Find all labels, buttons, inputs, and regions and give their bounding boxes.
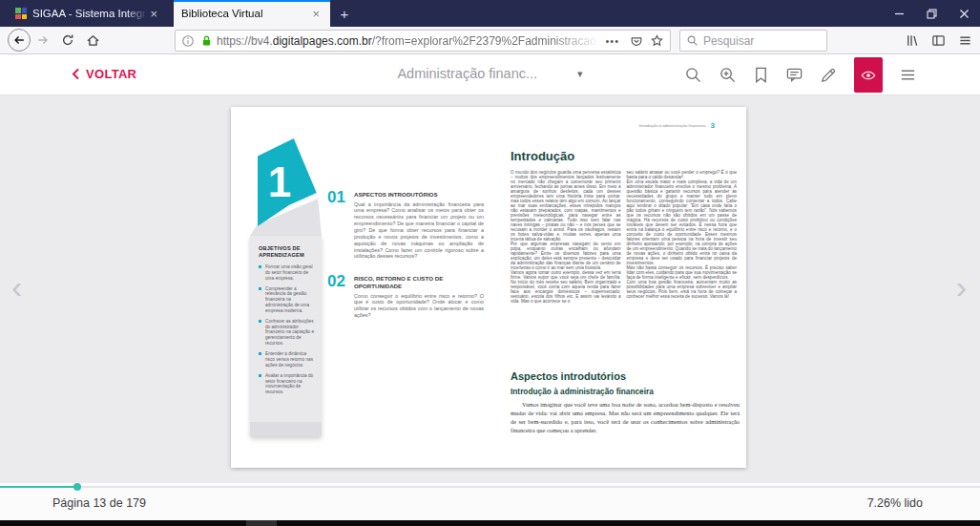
intro-column-1: O mundo dos negócios guarda uma perversa… (511, 170, 621, 304)
progress-fill (0, 486, 77, 488)
aspects-heading: Aspectos introdutórios (511, 370, 626, 382)
running-header: Introdução à administração financeira 3 (511, 121, 715, 130)
chapter-number: 1 (258, 161, 302, 203)
bullet-icon (259, 287, 261, 290)
site-info-icon[interactable] (181, 34, 195, 48)
search-icon (686, 34, 699, 47)
section-body: Qual a importância da administração fina… (354, 201, 484, 261)
zoom-in-icon[interactable] (719, 66, 737, 84)
chevron-down-icon[interactable]: ▾ (577, 68, 583, 80)
intro-columns: O mundo dos negócios guarda uma perversa… (511, 170, 737, 304)
close-tab-icon[interactable]: × (309, 7, 323, 21)
search-in-book-icon[interactable] (684, 66, 702, 84)
home-icon[interactable] (80, 28, 105, 53)
tab-strip: SIGAA - Sistema Integrado de G × Bibliot… (0, 0, 980, 27)
aspects-paragraph: Vamos imaginar que você teve uma boa noi… (511, 400, 740, 434)
browser-window: SIGAA - Sistema Integrado de G × Bibliot… (0, 0, 980, 526)
bullet-icon (259, 320, 261, 323)
reader-toolbar: VOLTAR Administração financ... ▾ (0, 54, 980, 95)
section-title: RISCO, RETORNO E CUSTO DE OPORTUNIDADE (354, 275, 484, 290)
back-icon[interactable] (8, 29, 31, 52)
restore-button[interactable] (915, 0, 948, 27)
page-number: 3 (711, 121, 715, 130)
aspects-subheading: Introdução à administração financeira (511, 387, 654, 396)
objective-item: Compreender a relevância da gestão finan… (259, 286, 315, 314)
book-page: 1 OBJETIVOS DE APRENDIZAGEM Formar uma v… (231, 107, 746, 468)
section-01: ASPECTOS INTRODUTÓRIOS Qual a importânci… (354, 191, 484, 260)
navigation-toolbar: https://bv4.digitalpages.com.br/?from=ex… (0, 27, 980, 54)
url-overflow-indicator[interactable]: ••• (605, 35, 619, 47)
tab-biblioteca-virtual[interactable]: Biblioteca Virtual × (174, 0, 330, 27)
url-text: https://bv4.digitalpages.com.br/?from=ex… (217, 34, 601, 48)
book-title-dropdown[interactable]: Administração financ... (397, 66, 537, 81)
bookmark-star-icon[interactable] (650, 33, 664, 48)
section-02: RISCO, RETORNO E CUSTO DE OPORTUNIDADE C… (354, 275, 484, 319)
bookmark-icon[interactable] (753, 66, 769, 84)
tab-sigaa[interactable]: SIGAA - Sistema Integrado de G × (8, 0, 168, 27)
next-page-button[interactable]: › (956, 270, 967, 303)
reload-icon[interactable] (55, 28, 80, 53)
pocket-icon[interactable] (630, 34, 643, 48)
bullet-icon (259, 352, 261, 355)
taskbar-strip (0, 520, 980, 526)
lock-icon[interactable] (200, 34, 213, 47)
sigaa-favicon (15, 8, 27, 19)
objective-item: Entender a dinâmica risco versus retorno… (259, 351, 315, 368)
menu-icon[interactable] (958, 33, 972, 48)
window-controls (883, 0, 980, 27)
reader-content-area: ‹ › 1 OBJETIVOS DE APRENDIZAGEM Formar u… (0, 95, 980, 483)
reader-statusbar: Página 13 de 179 7.26% lido (0, 483, 980, 520)
section-number: 02 (327, 273, 345, 289)
new-tab-button[interactable]: + (330, 0, 359, 27)
url-bar[interactable]: https://bv4.digitalpages.com.br/?from=ex… (175, 30, 671, 52)
progress-handle[interactable] (73, 483, 81, 491)
toolbar-right-icons (905, 27, 972, 54)
section-number: 01 (327, 189, 345, 205)
objectives-footer-band (250, 422, 322, 436)
objective-item: Avaliar a importância do setor financeir… (259, 373, 315, 395)
tab-title: SIGAA - Sistema Integrado de G (32, 8, 147, 19)
comment-icon[interactable] (785, 66, 803, 84)
objectives-title: OBJETIVOS DE APRENDIZAGEM (259, 245, 315, 260)
progress-track[interactable] (0, 486, 980, 488)
objective-item: Conhecer as atribuições do administrador… (259, 319, 315, 347)
read-percentage: 7.26% lido (867, 496, 923, 510)
bullet-icon (259, 374, 261, 377)
intro-heading: Introdução (511, 149, 574, 163)
taskbar-item (246, 520, 277, 526)
search-input[interactable] (703, 34, 851, 48)
previous-page-button[interactable]: ‹ (11, 270, 22, 303)
tab-title: Biblioteca Virtual (181, 8, 309, 19)
accessibility-eye-button[interactable] (854, 57, 883, 93)
reader-menu-icon[interactable] (899, 66, 917, 84)
section-title: ASPECTOS INTRODUTÓRIOS (354, 191, 484, 199)
reader-icons (684, 54, 917, 95)
forward-icon[interactable] (31, 28, 55, 53)
intro-column-2: seu salário atrasar ou você perder o emp… (627, 170, 738, 304)
pencil-icon[interactable] (820, 66, 838, 84)
close-window-button[interactable] (948, 0, 980, 27)
objectives-sidebar: OBJETIVOS DE APRENDIZAGEM Formar uma vis… (250, 236, 322, 436)
sidebars-icon[interactable] (931, 33, 946, 48)
objective-item: Formar uma visão geral do setor financei… (259, 264, 315, 281)
page-indicator: Página 13 de 179 (52, 496, 146, 510)
bullet-icon (259, 265, 261, 268)
close-tab-icon[interactable]: × (147, 7, 160, 21)
section-body: Como conseguir o equilíbrio entre risco … (354, 293, 484, 319)
minimize-button[interactable] (883, 0, 915, 27)
browser-search-box[interactable] (679, 30, 827, 52)
library-icon[interactable] (905, 33, 919, 48)
